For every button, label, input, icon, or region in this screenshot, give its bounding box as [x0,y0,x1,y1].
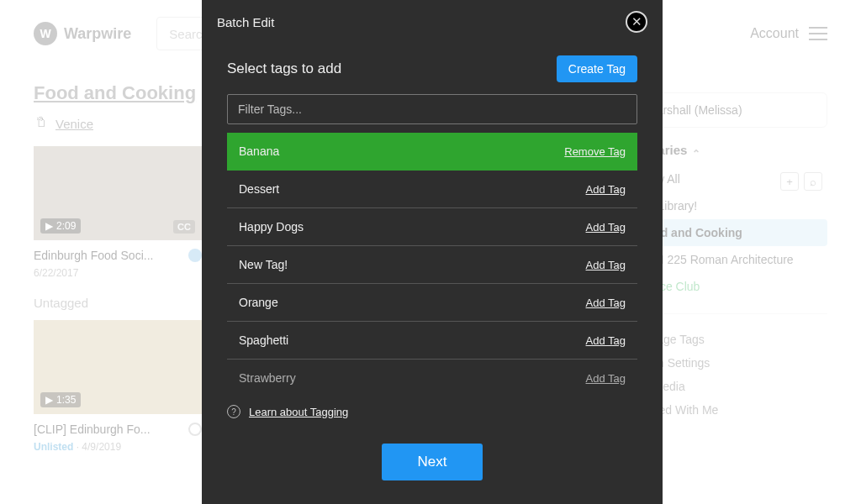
help-icon: ? [227,405,240,418]
close-icon: ✕ [631,14,642,29]
tag-name: Dessert [239,182,279,196]
tag-name: Banana [239,144,279,158]
modal-title: Batch Edit [217,15,274,29]
add-tag-action[interactable]: Add Tag [586,183,626,196]
tag-name: Strawberry [239,371,296,385]
tag-item-strawberry[interactable]: Strawberry Add Tag [227,360,637,393]
learn-tagging-link[interactable]: Learn about Tagging [249,406,348,418]
add-tag-action[interactable]: Add Tag [586,334,626,347]
tag-name: Orange [239,296,278,309]
add-tag-action[interactable]: Add Tag [586,372,626,385]
create-tag-button[interactable]: Create Tag [557,55,637,82]
tag-name: New Tag! [239,258,288,271]
tag-item-banana[interactable]: Banana Remove Tag [227,133,637,171]
filter-tags-input[interactable] [227,94,637,124]
batch-edit-modal: Batch Edit ✕ Select tags to add Create T… [202,0,663,504]
add-tag-action[interactable]: Add Tag [586,221,626,234]
next-button[interactable]: Next [382,444,483,480]
tag-list: Banana Remove Tag Dessert Add Tag Happy … [227,133,637,393]
tag-name: Spaghetti [239,333,288,347]
tag-item-orange[interactable]: Orange Add Tag [227,284,637,322]
remove-tag-action[interactable]: Remove Tag [564,145,626,158]
tag-item-new-tag[interactable]: New Tag! Add Tag [227,246,637,284]
tag-name: Happy Dogs [239,220,304,234]
learn-row: ? Learn about Tagging [202,393,663,418]
modal-subtitle: Select tags to add [227,60,341,77]
add-tag-action[interactable]: Add Tag [586,259,626,271]
tag-item-dessert[interactable]: Dessert Add Tag [227,171,637,208]
tag-item-spaghetti[interactable]: Spaghetti Add Tag [227,322,637,360]
add-tag-action[interactable]: Add Tag [586,297,626,309]
close-button[interactable]: ✕ [626,11,647,33]
tag-item-happy-dogs[interactable]: Happy Dogs Add Tag [227,208,637,246]
